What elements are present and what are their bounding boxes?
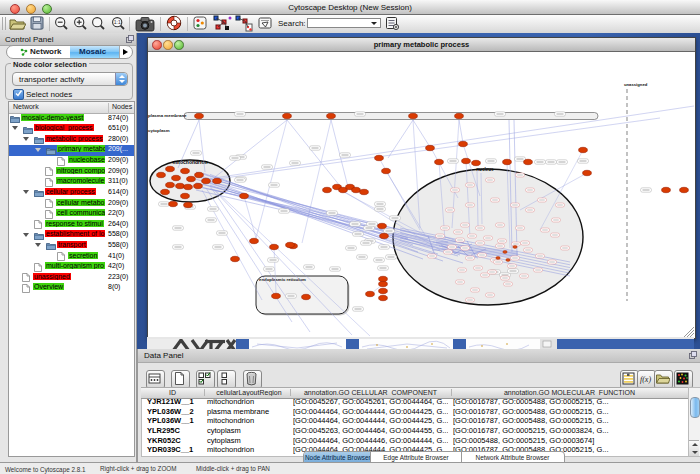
svg-text:plasma membrane: plasma membrane [148,113,187,118]
svg-text:1:1: 1:1 [114,19,121,25]
svg-text:f(x): f(x) [640,375,651,384]
svg-text:cytoplasm: cytoplasm [148,128,170,133]
svg-text:nucleus: nucleus [476,167,494,172]
svg-text:mitochondrion: mitochondrion [173,159,208,165]
svg-text:unassigned: unassigned [624,82,648,87]
